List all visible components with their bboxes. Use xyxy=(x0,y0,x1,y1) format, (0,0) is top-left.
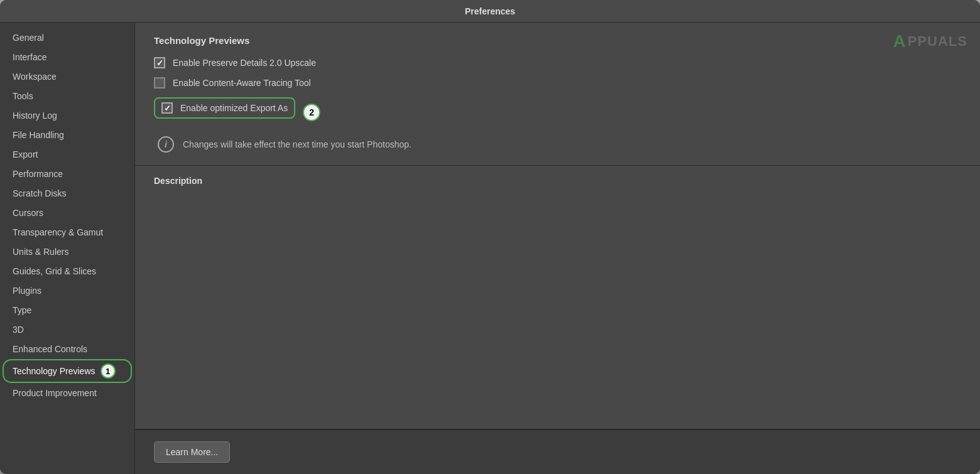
sidebar-item-technology-previews[interactable]: Technology Previews1 xyxy=(3,359,132,383)
checkbox-wrapper-3: Enable optimized Export As xyxy=(161,102,288,114)
info-row: i Changes will take effect the next time… xyxy=(158,136,961,153)
sidebar-item-inner-3d: 3D xyxy=(13,325,122,335)
sidebar-item-performance[interactable]: Performance xyxy=(3,164,132,183)
info-icon: i xyxy=(158,136,174,153)
checkbox-label-optimized-export: Enable optimized Export As xyxy=(180,103,288,113)
sidebar-item-inner-interface: Interface xyxy=(13,52,122,62)
sidebar-item-tools[interactable]: Tools xyxy=(3,87,132,105)
sidebar-label-enhanced-controls: Enhanced Controls xyxy=(13,344,87,354)
sidebar-item-plugins[interactable]: Plugins xyxy=(3,281,132,300)
checkbox-label-content-aware: Enable Content-Aware Tracing Tool xyxy=(173,78,311,88)
sidebar-item-inner-export: Export xyxy=(13,149,122,159)
sidebar-item-inner-general: General xyxy=(13,33,122,43)
sidebar-item-inner-scratch-disks: Scratch Disks xyxy=(13,188,122,198)
sidebar-item-inner-type: Type xyxy=(13,305,122,315)
sidebar-item-inner-transparency-gamut: Transparency & Gamut xyxy=(13,227,122,237)
sidebar-label-interface: Interface xyxy=(13,52,46,62)
checkbox-row-optimized-export: Enable optimized Export As xyxy=(154,97,295,119)
sidebar-item-interface[interactable]: Interface xyxy=(3,48,132,67)
title-bar: Preferences xyxy=(0,0,980,23)
sidebar-label-export: Export xyxy=(13,149,38,159)
sidebar-label-3d: 3D xyxy=(13,325,24,335)
sidebar-item-transparency-gamut[interactable]: Transparency & Gamut xyxy=(3,223,132,242)
sidebar-label-performance: Performance xyxy=(13,169,63,179)
sidebar-item-enhanced-controls[interactable]: Enhanced Controls xyxy=(3,340,132,358)
sidebar-label-type: Type xyxy=(13,305,31,315)
sidebar-label-cursors: Cursors xyxy=(13,208,43,218)
checkbox-row-optimized-export-container: Enable optimized Export As 2 xyxy=(154,97,961,127)
sidebar-label-guides-grid-slices: Guides, Grid & Slices xyxy=(13,266,96,276)
sidebar-item-inner-plugins: Plugins xyxy=(13,286,122,296)
sidebar-item-workspace[interactable]: Workspace xyxy=(3,67,132,86)
window-title: Preferences xyxy=(465,6,515,16)
sidebar-item-inner-file-handling: File Handling xyxy=(13,130,122,140)
checkbox-row-preserve-details: Enable Preserve Details 2.0 Upscale xyxy=(154,57,961,68)
checkbox-label-preserve-details: Enable Preserve Details 2.0 Upscale xyxy=(173,58,316,68)
sidebar-label-scratch-disks: Scratch Disks xyxy=(13,188,67,198)
checkbox-row-content-aware: Enable Content-Aware Tracing Tool xyxy=(154,77,961,89)
sidebar-item-inner-product-improvement: Product Improvement xyxy=(13,388,122,398)
sidebar-item-type[interactable]: Type xyxy=(3,301,132,320)
checkbox-content-aware[interactable] xyxy=(154,77,165,89)
sidebar-item-3d[interactable]: 3D xyxy=(3,320,132,339)
sidebar-item-export[interactable]: Export xyxy=(3,145,132,164)
sidebar-item-file-handling[interactable]: File Handling xyxy=(3,126,132,144)
sidebar-label-history-log: History Log xyxy=(13,110,57,121)
sidebar: GeneralInterfaceWorkspaceToolsHistory Lo… xyxy=(0,23,135,474)
sidebar-label-workspace: Workspace xyxy=(13,72,57,82)
sidebar-label-transparency-gamut: Transparency & Gamut xyxy=(13,227,103,237)
sidebar-label-general: General xyxy=(13,33,44,43)
sidebar-label-units-rulers: Units & Rulers xyxy=(13,247,68,257)
learn-more-button[interactable]: Learn More... xyxy=(154,441,230,463)
sidebar-label-tools: Tools xyxy=(13,91,33,101)
sidebar-item-inner-history-log: History Log xyxy=(13,110,122,121)
info-text: Changes will take effect the next time y… xyxy=(183,139,411,149)
checkbox-preserve-details[interactable] xyxy=(154,57,165,68)
bottom-section: Learn More... xyxy=(135,429,980,474)
sidebar-item-history-log[interactable]: History Log xyxy=(3,106,132,125)
sidebar-item-cursors[interactable]: Cursors xyxy=(3,203,132,222)
content-area: GeneralInterfaceWorkspaceToolsHistory Lo… xyxy=(0,23,980,474)
sidebar-item-inner-technology-previews: Technology Previews1 xyxy=(13,364,122,379)
technology-previews-section: Technology Previews Enable Preserve Deta… xyxy=(135,23,980,166)
sidebar-label-file-handling: File Handling xyxy=(13,130,64,140)
section-title: Technology Previews xyxy=(154,35,961,46)
badge-2-circle: 2 xyxy=(303,104,320,121)
checkbox-optimized-export[interactable] xyxy=(161,102,173,114)
description-title: Description xyxy=(154,176,961,186)
checkbox-wrapper-2: Enable Content-Aware Tracing Tool xyxy=(154,77,311,89)
sidebar-item-units-rulers[interactable]: Units & Rulers xyxy=(3,242,132,261)
main-content: Technology Previews Enable Preserve Deta… xyxy=(135,23,980,474)
sidebar-item-inner-guides-grid-slices: Guides, Grid & Slices xyxy=(13,266,122,276)
sidebar-label-plugins: Plugins xyxy=(13,286,41,296)
sidebar-item-inner-units-rulers: Units & Rulers xyxy=(13,247,122,257)
sidebar-item-inner-cursors: Cursors xyxy=(13,208,122,218)
preferences-window: Preferences GeneralInterfaceWorkspaceToo… xyxy=(0,0,980,474)
sidebar-item-guides-grid-slices[interactable]: Guides, Grid & Slices xyxy=(3,262,132,281)
sidebar-item-scratch-disks[interactable]: Scratch Disks xyxy=(3,184,132,203)
checkbox-wrapper-1: Enable Preserve Details 2.0 Upscale xyxy=(154,57,316,68)
description-section: Description xyxy=(135,166,980,429)
sidebar-item-inner-enhanced-controls: Enhanced Controls xyxy=(13,344,122,354)
sidebar-item-inner-tools: Tools xyxy=(13,91,122,101)
sidebar-label-product-improvement: Product Improvement xyxy=(13,388,97,398)
sidebar-label-technology-previews: Technology Previews xyxy=(13,366,95,376)
sidebar-item-general[interactable]: General xyxy=(3,28,132,47)
sidebar-item-inner-workspace: Workspace xyxy=(13,72,122,82)
sidebar-item-inner-performance: Performance xyxy=(13,169,122,179)
badge-1-circle: 1 xyxy=(101,364,116,379)
sidebar-item-product-improvement[interactable]: Product Improvement xyxy=(3,384,132,402)
